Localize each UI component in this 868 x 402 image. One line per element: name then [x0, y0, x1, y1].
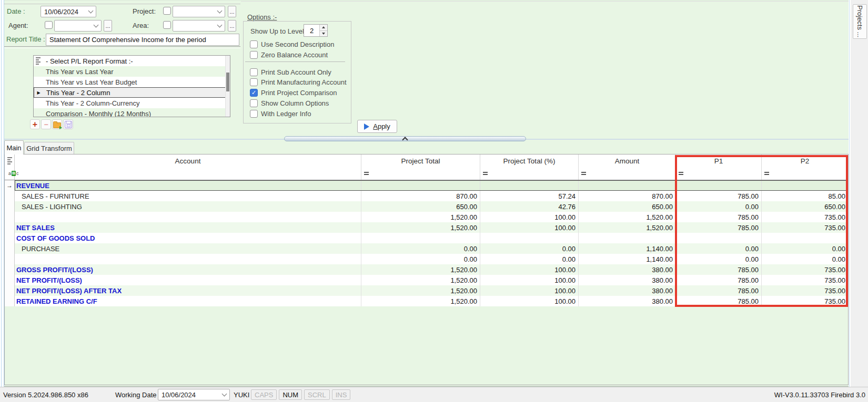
value-cell[interactable]: 42.76	[480, 201, 579, 212]
value-cell[interactable]: 0.00	[762, 254, 848, 264]
option-label[interactable]: Show Column Options	[261, 99, 329, 107]
scrollbar-thumb[interactable]	[226, 73, 229, 91]
account-cell[interactable]: NET PROFIT/(LOSS) AFTER TAX	[15, 285, 361, 296]
value-cell[interactable]	[762, 233, 848, 243]
format-list-item[interactable]: This Year vs Last Year Budget	[34, 77, 230, 87]
column-header-project-total[interactable]: Project Total	[361, 154, 480, 167]
table-row[interactable]: NET PROFIT/(LOSS)1,520.00100.00380.00785…	[5, 275, 848, 285]
account-cell[interactable]	[15, 212, 361, 222]
option-label[interactable]: Print Project Comparison	[261, 89, 337, 97]
value-cell[interactable]: 785.00	[676, 264, 762, 275]
value-cell[interactable]	[762, 180, 848, 191]
account-cell[interactable]: SALES - FURNITURE	[15, 191, 361, 201]
table-row[interactable]: COST OF GOODS SOLD	[5, 233, 848, 243]
value-cell[interactable]: 1,520.00	[361, 222, 480, 233]
table-row[interactable]: SALES - FURNITURE870.0057.24870.00785.00…	[5, 191, 848, 201]
value-cell[interactable]: 1,520.00	[579, 222, 676, 233]
value-cell[interactable]	[361, 180, 480, 191]
value-cell[interactable]: 0.00	[676, 201, 762, 212]
projects-side-tab[interactable]: Projects ...	[853, 4, 867, 39]
value-cell[interactable]: 1,520.00	[361, 264, 480, 275]
option-label[interactable]: Zero Balance Account	[261, 51, 328, 59]
value-cell[interactable]: 0.00	[361, 243, 480, 254]
agent-browse-button[interactable]: ...	[104, 20, 112, 32]
value-cell[interactable]: 1,520.00	[579, 212, 676, 222]
account-cell[interactable]: REVENUE	[15, 180, 361, 191]
column-header-project-total-[interactable]: Project Total (%)	[480, 154, 579, 167]
agent-select[interactable]	[54, 20, 102, 32]
working-date-select[interactable]: 10/06/2024	[158, 389, 230, 400]
filter-equals-icon[interactable]	[764, 172, 769, 175]
account-cell[interactable]: GROSS PROFIT/(LOSS)	[15, 264, 361, 275]
option-label[interactable]: With Ledger Info	[261, 110, 311, 118]
value-cell[interactable]: 380.00	[579, 285, 676, 296]
splitter-handle[interactable]	[284, 136, 526, 141]
value-cell[interactable]: 735.00	[762, 285, 848, 296]
format-list-item[interactable]: ▶This Year - 2 Column	[34, 87, 230, 98]
value-cell[interactable]: 100.00	[480, 296, 579, 306]
filter-cell[interactable]	[676, 167, 762, 180]
value-cell[interactable]: 785.00	[676, 296, 762, 306]
value-cell[interactable]	[480, 180, 579, 191]
table-row[interactable]: NET PROFIT/(LOSS) AFTER TAX1,520.00100.0…	[5, 285, 848, 296]
value-cell[interactable]: 0.00	[676, 243, 762, 254]
table-row[interactable]: SALES - LIGHTING650.0042.76650.000.00650…	[5, 201, 848, 212]
table-row[interactable]: RETAINED EARNING C/F1,520.00100.00380.00…	[5, 296, 848, 306]
project-browse-button[interactable]: ...	[228, 6, 236, 17]
value-cell[interactable]	[676, 233, 762, 243]
value-cell[interactable]: 0.00	[361, 254, 480, 264]
value-cell[interactable]: 650.00	[361, 201, 480, 212]
format-list-item[interactable]: This Year - 2 Column-Currency	[34, 98, 230, 108]
value-cell[interactable]: 785.00	[676, 191, 762, 201]
value-cell[interactable]	[676, 180, 762, 191]
value-cell[interactable]	[579, 180, 676, 191]
tab-main[interactable]: Main	[4, 140, 24, 154]
table-row[interactable]: 0.000.001,140.000.000.00	[5, 254, 848, 264]
checkbox[interactable]	[250, 68, 258, 76]
checkbox[interactable]	[250, 40, 258, 48]
value-cell[interactable]: 0.00	[676, 254, 762, 264]
value-cell[interactable]: 100.00	[480, 264, 579, 275]
value-cell[interactable]: 380.00	[579, 275, 676, 285]
value-cell[interactable]: 735.00	[762, 296, 848, 306]
project-select[interactable]	[173, 6, 225, 17]
show-level-spinner[interactable]: 2	[304, 24, 328, 37]
checkbox[interactable]: ✓	[250, 89, 258, 97]
account-cell[interactable]: RETAINED EARNING C/F	[15, 296, 361, 306]
value-cell[interactable]: 0.00	[480, 243, 579, 254]
save-format-button[interactable]	[63, 119, 73, 129]
spin-up-button[interactable]	[320, 25, 327, 31]
filter-cell[interactable]	[480, 167, 579, 180]
filter-equals-icon[interactable]	[581, 172, 586, 175]
filter-cell[interactable]	[15, 167, 361, 180]
value-cell[interactable]: 380.00	[579, 264, 676, 275]
value-cell[interactable]: 785.00	[676, 275, 762, 285]
value-cell[interactable]: 735.00	[762, 212, 848, 222]
list-scrollbar[interactable]	[225, 56, 230, 117]
tab-grid-transform[interactable]: Grid Transform	[24, 142, 74, 154]
filter-cell[interactable]	[361, 167, 480, 180]
value-cell[interactable]: 735.00	[762, 275, 848, 285]
table-row[interactable]: →REVENUE	[5, 180, 848, 191]
table-row[interactable]: 1,520.00100.001,520.00785.00735.00	[5, 212, 848, 222]
option-label[interactable]: Use Second Description	[261, 40, 334, 48]
area-select[interactable]	[173, 20, 225, 32]
account-cell[interactable]: NET PROFIT/(LOSS)	[15, 275, 361, 285]
value-cell[interactable]: 85.00	[762, 191, 848, 201]
filter-equals-icon[interactable]	[483, 172, 488, 175]
open-format-button[interactable]	[52, 119, 62, 129]
account-cell[interactable]: PURCHASE	[15, 243, 361, 254]
value-cell[interactable]: 1,520.00	[361, 285, 480, 296]
filter-cell[interactable]	[579, 167, 676, 180]
value-cell[interactable]: 1,140.00	[579, 254, 676, 264]
column-header-p1[interactable]: P1	[676, 154, 762, 167]
account-cell[interactable]: NET SALES	[15, 222, 361, 233]
value-cell[interactable]: 785.00	[676, 222, 762, 233]
apply-button[interactable]: Apply	[357, 120, 397, 133]
spin-down-button[interactable]	[320, 31, 327, 37]
checkbox[interactable]	[250, 110, 258, 118]
table-row[interactable]: NET SALES1,520.00100.001,520.00785.00735…	[5, 222, 848, 233]
value-cell[interactable]: 650.00	[579, 201, 676, 212]
filter-cell[interactable]	[762, 167, 848, 180]
value-cell[interactable]: 785.00	[676, 285, 762, 296]
